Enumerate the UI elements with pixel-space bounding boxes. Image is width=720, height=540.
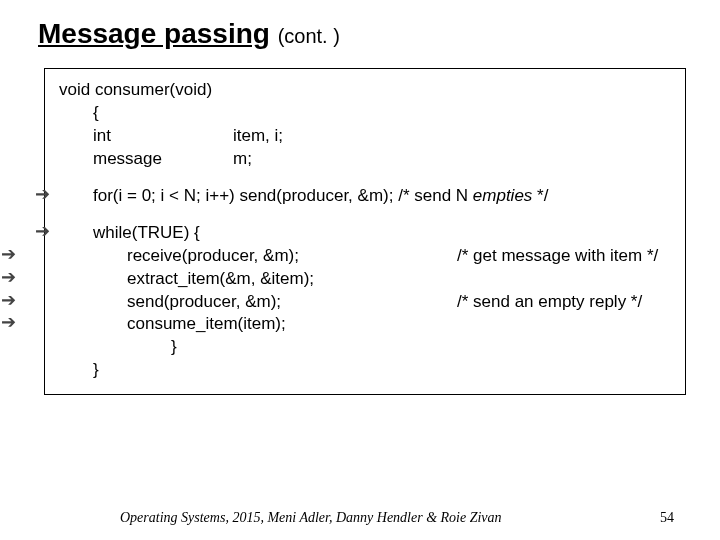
footer: Operating Systems, 2015, Meni Adler, Dan… [0,510,720,526]
recv-comment: /* get message with item */ [457,245,658,268]
for-left: for(i = 0; i < N; i++) send(producer, &m… [93,186,473,205]
for-end: */ [532,186,548,205]
code-send: ➔ send(producer, &m); /* send an empty r… [59,291,671,314]
code-extract: ➔ extract_item(&m, &item); [59,268,671,291]
arrow-icon: ➔ [1,268,16,286]
code-receive: ➔ receive(producer, &m); /* get message … [59,245,671,268]
code-block: void consumer(void) { int item, i; messa… [44,68,686,395]
decl-msg-vars: m; [233,148,252,171]
code-decl-msg: message m; [59,148,671,171]
code-decl-int: int item, i; [59,125,671,148]
code-outer-close: } [59,359,671,382]
slide-title: Message passing (cont. ) [0,0,720,54]
code-consume: ➔ consume_item(item); [59,313,671,336]
decl-int-vars: item, i; [233,125,283,148]
decl-int-kw: int [93,125,233,148]
arrow-icon: ➔ [35,222,50,240]
for-empties: empties [473,186,533,205]
code-inner-close: } [59,336,671,359]
footer-credits: Operating Systems, 2015, Meni Adler, Dan… [120,510,502,526]
arrow-icon: ➔ [1,313,16,331]
title-sub: (cont. ) [278,25,340,47]
send-comment: /* send an empty reply */ [457,291,642,314]
page-number: 54 [660,510,674,526]
code-brace-open: { [59,102,671,125]
extract-text: extract_item(&m, &item); [127,268,457,291]
while-text: while(TRUE) { [93,223,200,242]
arrow-icon: ➔ [1,245,16,263]
code-while: ➔ while(TRUE) { [59,222,671,245]
arrow-icon: ➔ [35,185,50,203]
consume-text: consume_item(item); [127,313,457,336]
decl-msg-kw: message [93,148,233,171]
send-text: send(producer, &m); [127,291,457,314]
arrow-icon: ➔ [1,291,16,309]
title-main: Message passing [38,18,270,49]
code-signature: void consumer(void) [59,79,671,102]
recv-text: receive(producer, &m); [127,245,457,268]
code-for-line: ➔ for(i = 0; i < N; i++) send(producer, … [59,185,671,208]
